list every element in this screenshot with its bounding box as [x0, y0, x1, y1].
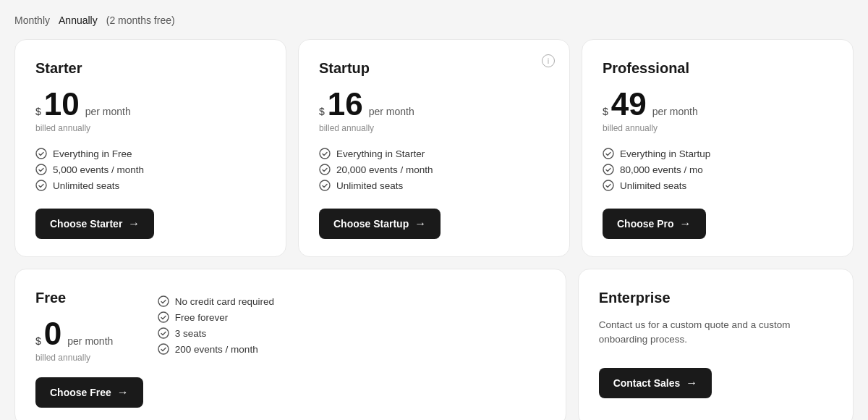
- professional-feature-1: Everything in Startup: [603, 148, 833, 159]
- free-card: Free $ 0 per month billed annually Choos…: [14, 269, 566, 420]
- svg-point-3: [320, 148, 330, 159]
- arrow-icon: →: [686, 377, 697, 390]
- bottom-plans-row: Free $ 0 per month billed annually Choos…: [14, 269, 854, 420]
- svg-point-11: [158, 328, 169, 338]
- free-period: per month: [67, 335, 113, 347]
- check-icon: [35, 148, 47, 159]
- choose-free-button[interactable]: Choose Free →: [35, 377, 143, 408]
- arrow-icon: →: [117, 386, 129, 399]
- billing-badge: (2 months free): [106, 14, 175, 26]
- starter-dollar: $: [35, 106, 41, 117]
- check-icon: [158, 311, 169, 323]
- starter-billed: billed annually: [35, 123, 265, 133]
- svg-point-12: [158, 344, 169, 354]
- startup-feature-1: Everything in Starter: [319, 148, 549, 159]
- professional-features: Everything in Startup 80,000 events / mo…: [603, 148, 833, 191]
- svg-point-6: [603, 148, 613, 159]
- contact-sales-button[interactable]: Contact Sales →: [599, 368, 712, 398]
- free-title: Free: [35, 290, 143, 306]
- top-plans-row: Starter $ 10 per month billed annually E…: [14, 39, 854, 257]
- check-icon: [603, 180, 614, 191]
- check-icon: [319, 164, 331, 175]
- svg-point-2: [36, 180, 46, 190]
- check-icon: [35, 164, 47, 175]
- svg-point-1: [36, 164, 46, 175]
- startup-period: per month: [369, 106, 414, 117]
- professional-feature-2: 80,000 events / mo: [603, 164, 833, 175]
- svg-point-4: [320, 164, 330, 175]
- svg-point-5: [320, 180, 330, 190]
- choose-pro-button[interactable]: Choose Pro →: [603, 209, 706, 239]
- free-card-left: Free $ 0 per month billed annually Choos…: [35, 290, 143, 408]
- professional-price-row: $ 49 per month: [603, 88, 833, 120]
- starter-features: Everything in Free 5,000 events / month …: [35, 148, 265, 191]
- choose-startup-button[interactable]: Choose Startup →: [319, 209, 441, 239]
- check-icon: [158, 295, 169, 307]
- professional-feature-3: Unlimited seats: [603, 180, 833, 191]
- free-billed: billed annually: [35, 353, 143, 363]
- starter-amount: 10: [44, 88, 80, 120]
- check-icon: [603, 148, 614, 159]
- check-icon: [319, 180, 331, 191]
- arrow-icon: →: [680, 217, 692, 230]
- starter-feature-3: Unlimited seats: [35, 180, 265, 191]
- starter-price-row: $ 10 per month: [35, 88, 265, 120]
- check-icon: [158, 327, 169, 339]
- check-icon: [35, 180, 47, 191]
- free-amount: 0: [44, 318, 61, 350]
- annually-option[interactable]: Annually: [59, 14, 98, 26]
- starter-feature-2: 5,000 events / month: [35, 164, 265, 175]
- arrow-icon: →: [414, 217, 426, 230]
- professional-billed: billed annually: [603, 123, 833, 133]
- startup-feature-2: 20,000 events / month: [319, 164, 549, 175]
- svg-point-10: [158, 312, 169, 322]
- starter-card: Starter $ 10 per month billed annually E…: [14, 39, 286, 257]
- professional-amount: 49: [611, 88, 647, 120]
- enterprise-card: Enterprise Contact us for a custom quote…: [578, 269, 854, 420]
- free-feature-3: 3 seats: [158, 327, 545, 339]
- startup-amount: 16: [328, 88, 363, 120]
- svg-point-0: [36, 148, 46, 159]
- startup-price-row: $ 16 per month: [319, 88, 549, 120]
- enterprise-description: Contact us for a custom quote and a cust…: [599, 318, 833, 348]
- arrow-icon: →: [128, 217, 140, 230]
- choose-starter-button[interactable]: Choose Starter →: [35, 209, 154, 239]
- free-dollar: $: [35, 335, 41, 347]
- startup-features: Everything in Starter 20,000 events / mo…: [319, 148, 549, 191]
- starter-feature-1: Everything in Free: [35, 148, 265, 159]
- monthly-option[interactable]: Monthly: [14, 14, 50, 26]
- svg-point-8: [603, 180, 613, 190]
- startup-dollar: $: [319, 106, 325, 117]
- free-feature-4: 200 events / month: [158, 343, 545, 355]
- starter-period: per month: [85, 106, 131, 117]
- startup-card: i Startup $ 16 per month billed annually…: [298, 39, 570, 257]
- check-icon: [603, 164, 614, 175]
- free-feature-2: Free forever: [158, 311, 545, 323]
- svg-point-7: [603, 164, 613, 175]
- professional-card: Professional $ 49 per month billed annua…: [582, 39, 854, 257]
- free-card-right: No credit card required Free forever 3 s…: [158, 290, 545, 359]
- billing-toggle: Monthly Annually (2 months free): [14, 14, 854, 26]
- enterprise-title: Enterprise: [599, 290, 833, 306]
- startup-billed: billed annually: [319, 123, 549, 133]
- free-feature-1: No credit card required: [158, 295, 545, 307]
- free-features: No credit card required Free forever 3 s…: [158, 295, 545, 359]
- professional-period: per month: [652, 106, 698, 117]
- free-price-row: $ 0 per month: [35, 318, 143, 350]
- professional-dollar: $: [603, 106, 608, 117]
- svg-point-9: [158, 296, 169, 306]
- info-icon[interactable]: i: [542, 54, 555, 67]
- starter-title: Starter: [35, 60, 265, 77]
- check-icon: [319, 148, 331, 159]
- startup-title: Startup: [319, 60, 549, 77]
- professional-title: Professional: [603, 60, 833, 77]
- startup-feature-3: Unlimited seats: [319, 180, 549, 191]
- check-icon: [158, 343, 169, 355]
- free-card-inner: Free $ 0 per month billed annually Choos…: [35, 290, 545, 408]
